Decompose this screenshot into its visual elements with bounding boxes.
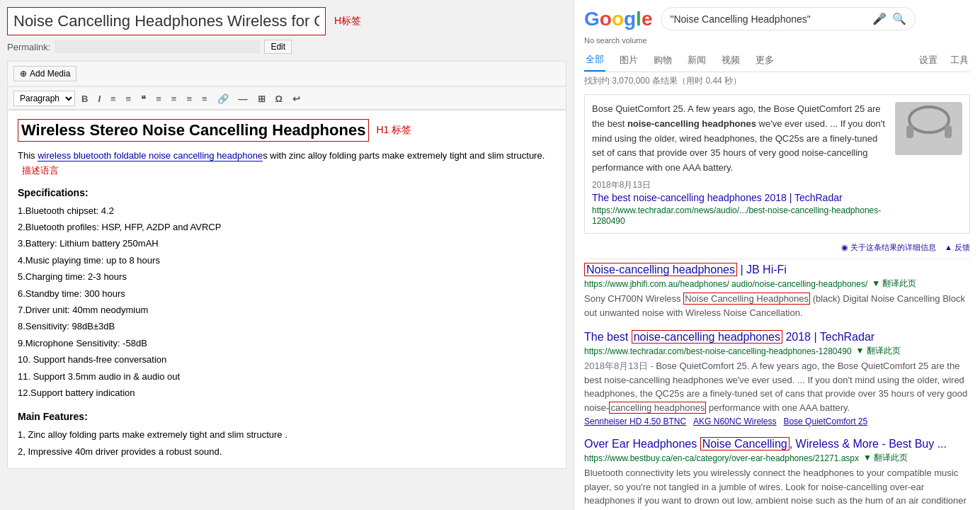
list-item: 1, Zinc alloy folding parts make extreme…: [18, 426, 556, 443]
specs-heading: Specifications:: [18, 187, 556, 198]
add-media-toolbar: ⊕ Add Media: [7, 61, 566, 86]
title-row: H标签: [7, 7, 566, 35]
h1-tag-label: H1 标签: [376, 124, 411, 137]
search-magnify-icon[interactable]: 🔍: [892, 12, 906, 26]
permalink-edit-button[interactable]: Edit: [264, 40, 292, 54]
permalink-label: Permalink:: [7, 42, 50, 52]
search-icons: 🎤 🔍: [872, 12, 906, 26]
unordered-list-button[interactable]: ≡: [107, 91, 120, 106]
tab-video[interactable]: 视频: [720, 50, 741, 71]
permalink-row: Permalink: Edit: [7, 40, 566, 54]
headphones-image: [895, 102, 962, 155]
list-item: 9.Microphone Sensitivity: -58dB: [18, 335, 556, 351]
result-2-url: https://www.techradar.com/best-noise-can…: [584, 345, 970, 357]
result-1-translate[interactable]: ▼ 翻译此页: [872, 278, 916, 290]
list-item: 4.Music playing time: up to 8 hours: [18, 252, 556, 268]
results-count: 找到约 3,070,000 条结果（用时 0.44 秒）: [584, 75, 970, 87]
result-2-related: Sennheiser HD 4.50 BTNC AKG N60NC Wirele…: [584, 416, 970, 426]
divider: [584, 259, 970, 259]
logo-g2: g: [624, 8, 636, 30]
snippet-bold-keyword: noise-cancelling headphones: [627, 118, 756, 129]
italic-button[interactable]: I: [94, 91, 104, 106]
link-button[interactable]: 🔗: [214, 91, 232, 106]
align-left-button[interactable]: ≡: [152, 91, 165, 106]
no-search-volume: No search volume: [584, 36, 970, 45]
editor-panel: H标签 Permalink: Edit ⊕ Add Media Paragrap…: [0, 0, 574, 510]
google-header: Google "Noise Cancelling Headphones" 🎤 🔍: [584, 7, 970, 30]
align-right-button[interactable]: ≡: [183, 91, 195, 106]
result-2-translate[interactable]: ▼ 翻译此页: [856, 345, 901, 357]
result-3-snippet: Bluetooth connectivity lets you wireless…: [584, 466, 970, 510]
tab-more[interactable]: 更多: [754, 50, 775, 71]
desc-keyword: wireless bluetooth foldable noise cancel…: [38, 150, 263, 162]
logo-e: e: [642, 8, 653, 30]
permalink-url: [55, 40, 260, 53]
features-list: 1, Zinc alloy folding parts make extreme…: [18, 426, 556, 460]
result-2-url-text: https://www.techradar.com/best-noise-can…: [584, 346, 852, 356]
snippet-result-link[interactable]: The best noise-cancelling headphones 201…: [592, 192, 888, 203]
result-2-kw-box: cancelling headphones: [609, 402, 706, 414]
svg-point-0: [909, 107, 949, 132]
more-link-button[interactable]: —: [235, 91, 251, 106]
desc-text-before: This: [18, 150, 38, 161]
nav-right: 设置 工具: [918, 50, 970, 71]
editor-content[interactable]: Wireless Stereo Noise Cancelling Headpho…: [7, 110, 566, 469]
result-3-title[interactable]: Over Ear Headphones Noise Cancelling, Wi…: [584, 438, 970, 450]
flag-link[interactable]: ▲ 反馈: [945, 243, 970, 251]
result-1-url-text: https://www.jbhifi.com.au/headphones/ au…: [584, 279, 867, 289]
result-2-snippet: 2018年8月13日 - Bose QuietComfort 25. A few…: [584, 359, 970, 414]
related-link-1[interactable]: Sennheiser HD 4.50 BTNC: [584, 416, 686, 426]
snippet-text: Bose QuietComfort 25. A few years ago, t…: [592, 102, 888, 192]
formatting-toolbar: Paragraph B I ≡ ≡ ❝ ≡ ≡ ≡ ≡ 🔗 — ⊞ Ω ↩: [7, 88, 566, 110]
ordered-list-button[interactable]: ≡: [122, 91, 135, 106]
logo-g: G: [584, 8, 600, 30]
result-3-url-text: https://www.bestbuy.ca/en-ca/category/ov…: [584, 453, 859, 463]
table-button[interactable]: ⊞: [254, 91, 269, 106]
blockquote-button[interactable]: ❝: [137, 91, 149, 106]
google-panel: Google "Noise Cancelling Headphones" 🎤 🔍…: [574, 0, 980, 510]
desc-text-after: s with zinc alloy folding parts make ext…: [263, 150, 545, 161]
align-justify-button[interactable]: ≡: [198, 91, 211, 106]
result-3-kw: Noise Cancelling: [700, 437, 790, 450]
search-bar[interactable]: "Noise Cancelling Headphones" 🎤 🔍: [661, 7, 916, 30]
list-item: 1.Bluetooth chipset: 4.2: [18, 203, 556, 219]
google-logo: Google: [584, 8, 652, 30]
tab-news[interactable]: 新闻: [686, 50, 707, 71]
search-result-3: Over Ear Headphones Noise Cancelling, Wi…: [584, 438, 970, 510]
result-1-title[interactable]: Noise-cancelling headphones | JB Hi-Fi: [584, 264, 970, 276]
special-char-button[interactable]: Ω: [272, 91, 286, 106]
tab-all[interactable]: 全部: [584, 49, 605, 72]
tab-shopping[interactable]: 购物: [652, 50, 673, 71]
result-3-url: https://www.bestbuy.ca/en-ca/category/ov…: [584, 452, 970, 464]
result-1-snippet: Sony CH700N Wireless Noise Cancelling He…: [584, 292, 970, 319]
features-heading: Main Features:: [18, 411, 556, 422]
feedback-row: ◉ 关于这条结果的详细信息 ▲ 反馈: [584, 242, 970, 253]
undo-button[interactable]: ↩: [289, 91, 304, 106]
align-center-button[interactable]: ≡: [168, 91, 181, 106]
list-item: 7.Driver unit: 40mm neodymium: [18, 302, 556, 318]
result-2-title[interactable]: The best noise-cancelling headphones 201…: [584, 331, 970, 344]
search-result-2: The best noise-cancelling headphones 201…: [584, 331, 970, 426]
related-link-3[interactable]: Bose QuietComfort 25: [783, 416, 867, 426]
post-title-input[interactable]: [7, 7, 326, 35]
tab-tools[interactable]: 工具: [949, 50, 970, 71]
list-item: 5.Charging time: 2-3 hours: [18, 268, 556, 285]
list-item: 11. Support 3.5mm audio in & audio out: [18, 368, 556, 385]
tab-settings[interactable]: 设置: [918, 50, 939, 71]
desc-label: 描述语言: [22, 165, 59, 176]
h1-heading-text: Wireless Stereo Noise Cancelling Headpho…: [18, 119, 369, 142]
related-link-2[interactable]: AKG N60NC Wireless: [693, 416, 776, 426]
search-result-1: Noise-cancelling headphones | JB Hi-Fi h…: [584, 264, 970, 319]
tab-images[interactable]: 图片: [618, 50, 639, 71]
logo-l: l: [636, 8, 642, 30]
logo-o1: o: [600, 8, 612, 30]
snippet-text-before: Sony CH700N Wireless: [584, 293, 683, 304]
search-query-text: "Noise Cancelling Headphones": [670, 13, 867, 25]
result-3-translate[interactable]: ▼ 翻译此页: [863, 452, 908, 464]
snippet-result-url: https://www.techradar.com/news/audio/...…: [592, 205, 881, 226]
bold-button[interactable]: B: [78, 91, 91, 106]
add-media-button[interactable]: ⊕ Add Media: [13, 66, 76, 81]
result-details-link[interactable]: ◉ 关于这条结果的详细信息: [841, 243, 936, 251]
microphone-icon[interactable]: 🎤: [872, 12, 887, 26]
paragraph-select[interactable]: Paragraph: [13, 91, 75, 106]
